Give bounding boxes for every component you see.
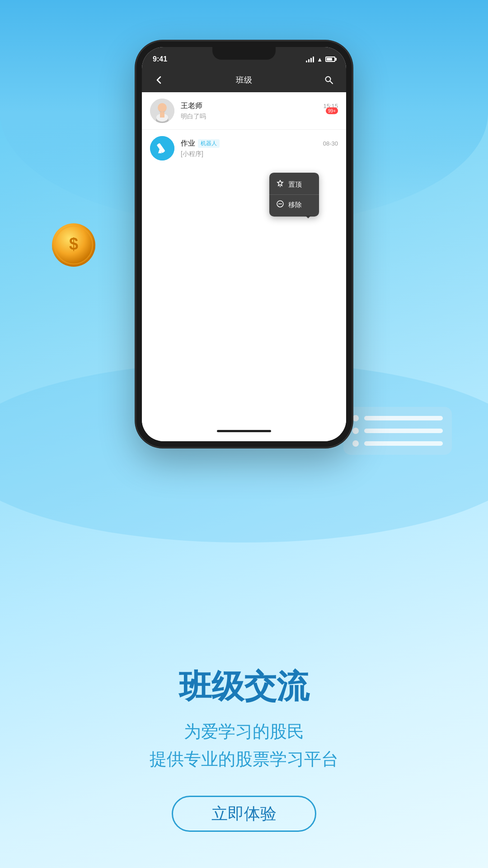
home-bar	[217, 430, 271, 432]
search-button[interactable]	[321, 72, 337, 88]
signal-icon	[306, 56, 314, 62]
svg-point-9	[158, 103, 167, 112]
chat-name-wang: 王老师	[181, 101, 202, 111]
chat-name-homework: 作业	[181, 139, 195, 148]
sub-text: 为爱学习的股民 提供专业的股票学习平台	[150, 718, 338, 773]
badge-wang: 99+	[326, 108, 338, 114]
context-pin[interactable]: 置顶	[269, 175, 319, 194]
svg-line-5	[330, 81, 333, 84]
coin-decoration: $	[49, 222, 99, 271]
bottom-section: 班级交流 为爱学习的股民 提供专业的股票学习平台 立即体验	[0, 597, 488, 868]
cta-button[interactable]: 立即体验	[172, 796, 316, 832]
context-remove[interactable]: 移除	[269, 194, 319, 215]
chat-time-homework: 08-30	[323, 140, 338, 147]
svg-text:$: $	[69, 235, 78, 253]
chat-content-wang: 王老师 15:15 明白了吗	[181, 101, 338, 121]
nav-bar: 班级	[142, 68, 346, 92]
chat-content-homework: 作业 机器人 08-30 [小程序]	[181, 139, 338, 158]
avatar-homework	[150, 136, 174, 160]
chat-preview-wang: 明白了吗	[181, 113, 338, 121]
context-remove-label: 移除	[288, 200, 302, 209]
back-button[interactable]	[151, 72, 167, 88]
nav-title: 班级	[236, 75, 252, 85]
sub-line1: 为爱学习的股民	[150, 718, 338, 745]
home-indicator	[142, 424, 346, 438]
status-icons: ▲	[306, 56, 335, 63]
chat-tag-homework: 机器人	[198, 139, 220, 148]
svg-rect-11	[160, 112, 164, 118]
chat-item-wang[interactable]: 王老师 15:15 明白了吗 99+	[142, 92, 346, 130]
context-menu: 置顶 移除	[269, 173, 319, 217]
sub-line2: 提供专业的股票学习平台	[150, 745, 338, 773]
main-title: 班级交流	[179, 669, 309, 704]
wifi-icon: ▲	[317, 56, 323, 63]
phone-notch	[212, 47, 276, 60]
avatar-wang	[150, 99, 174, 123]
remove-icon	[277, 200, 284, 209]
chat-preview-homework: [小程序]	[181, 150, 338, 158]
battery-icon	[325, 57, 335, 62]
list-decoration	[343, 407, 452, 466]
context-pin-label: 置顶	[288, 180, 302, 189]
pin-icon	[277, 180, 284, 189]
status-time: 9:41	[153, 55, 167, 63]
phone-mockup: 9:41 ▲	[136, 41, 352, 448]
